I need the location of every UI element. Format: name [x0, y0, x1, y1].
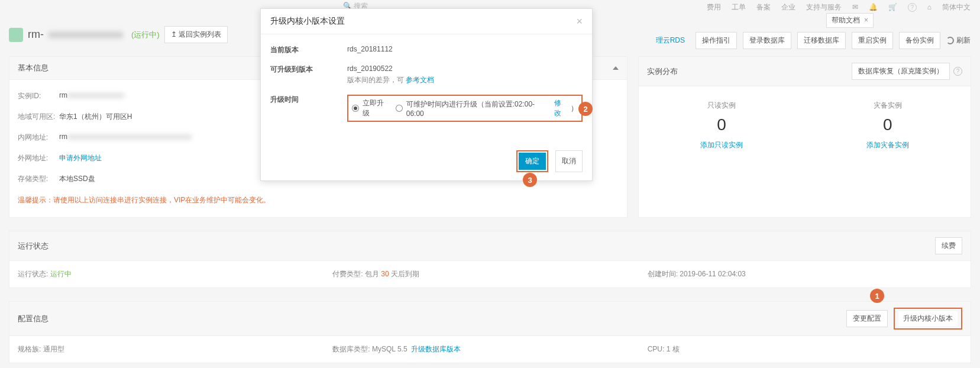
radio-maintenance-label: 可维护时间内进行升级（当前设置:02:00-06:00 [406, 99, 552, 118]
modify-window-link[interactable]: 修改 [554, 98, 568, 118]
upgrade-kernel-modal: 升级内核小版本设置 × 当前版本 rds_20181112 可升级到版本 rds… [260, 8, 593, 181]
upgrade-time-label: 升级时间 [270, 95, 347, 105]
new-version-sub: 版本间的差异，可 [347, 76, 404, 84]
new-version-label: 可升级到版本 [270, 64, 347, 75]
callout-3: 3 [523, 173, 537, 187]
radio-maintenance[interactable] [396, 105, 403, 112]
reference-doc-link[interactable]: 参考文档 [406, 76, 434, 84]
confirm-button[interactable]: 确定 [519, 153, 546, 170]
close-icon[interactable]: × [576, 16, 583, 27]
new-version-value: rds_20190522 [347, 64, 583, 73]
callout-2: 2 [578, 102, 593, 116]
radio-immediate[interactable] [352, 105, 359, 112]
cancel-button[interactable]: 取消 [555, 150, 583, 172]
current-version-label: 当前版本 [270, 45, 347, 55]
current-version-value: rds_20181112 [347, 45, 583, 53]
radio-immediate-label: 立即升级 [363, 98, 391, 118]
radio-maintenance-end: ） [571, 104, 578, 114]
upgrade-time-options: 立即升级 可维护时间内进行升级（当前设置:02:00-06:00 修改 ） [347, 95, 583, 122]
modal-title: 升级内核小版本设置 [270, 16, 345, 27]
